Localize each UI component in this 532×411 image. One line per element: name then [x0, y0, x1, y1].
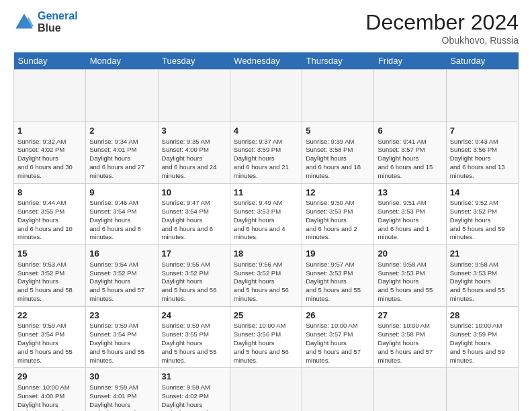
day-number: 18: [234, 248, 298, 260]
calendar-cell: 20Sunrise: 9:58 AMSunset: 3:53 PMDayligh…: [374, 245, 446, 307]
daylight-label: Daylight hours: [162, 216, 203, 224]
sunrise: Sunrise: 9:50 AM: [306, 199, 354, 206]
daylight-label: Daylight hours: [378, 339, 418, 347]
daylight-label: Daylight hours: [17, 339, 58, 347]
header-row: SundayMondayTuesdayWednesdayThursdayFrid…: [14, 52, 519, 70]
daylight-label: Daylight hours: [378, 277, 418, 285]
daylight-label: Daylight hours: [17, 277, 58, 285]
calendar-cell: [446, 70, 518, 122]
sunrise: Sunrise: 9:52 AM: [450, 199, 498, 206]
col-header-sunday: Sunday: [14, 52, 86, 70]
sunset: Sunset: 3:58 PM: [378, 330, 425, 338]
calendar-cell: 24Sunrise: 9:59 AMSunset: 3:55 PMDayligh…: [158, 306, 230, 368]
day-number: 26: [306, 310, 370, 322]
daylight-value: and 5 hours and 59 minutes.: [450, 348, 505, 364]
sunrise: Sunrise: 9:44 AM: [17, 199, 66, 206]
sunrise: Sunrise: 9:59 AM: [162, 383, 210, 391]
sunrise: Sunrise: 9:55 AM: [162, 261, 210, 268]
col-header-monday: Monday: [86, 52, 158, 70]
daylight-label: Daylight hours: [162, 154, 203, 162]
calendar-cell: 16Sunrise: 9:54 AMSunset: 3:52 PMDayligh…: [86, 245, 158, 307]
sunset: Sunset: 3:57 PM: [378, 146, 425, 153]
day-number: 29: [17, 371, 82, 383]
calendar-cell: 14Sunrise: 9:52 AMSunset: 3:52 PMDayligh…: [446, 183, 518, 245]
sunset: Sunset: 3:54 PM: [89, 208, 136, 215]
daylight-label: Daylight hours: [234, 216, 275, 224]
calendar-cell: 6Sunrise: 9:41 AMSunset: 3:57 PMDaylight…: [374, 122, 446, 184]
daylight-value: and 6 hours and 6 minutes.: [162, 225, 214, 241]
sunset: Sunset: 3:56 PM: [234, 330, 281, 338]
daylight-label: Daylight hours: [306, 216, 347, 224]
sunset: Sunset: 3:54 PM: [89, 330, 136, 338]
calendar-cell: [230, 368, 302, 411]
calendar-cell: 8Sunrise: 9:44 AMSunset: 3:55 PMDaylight…: [14, 183, 86, 245]
day-number: 9: [89, 187, 154, 199]
day-number: 5: [306, 125, 370, 137]
sunrise: Sunrise: 9:58 AM: [450, 261, 498, 268]
calendar-cell: 3Sunrise: 9:35 AMSunset: 4:00 PMDaylight…: [158, 122, 230, 184]
calendar-cell: [446, 368, 518, 411]
day-number: 8: [17, 187, 82, 199]
month-title: December 2024: [365, 10, 519, 35]
daylight-label: Daylight hours: [89, 216, 130, 224]
day-number: 10: [162, 187, 226, 199]
daylight-label: Daylight hours: [306, 277, 347, 285]
sunset: Sunset: 3:52 PM: [17, 269, 64, 277]
sunrise: Sunrise: 9:43 AM: [450, 138, 498, 145]
day-number: 16: [89, 248, 154, 260]
day-number: 27: [378, 310, 442, 322]
day-number: 17: [162, 248, 226, 260]
sunset: Sunset: 3:58 PM: [306, 146, 353, 153]
daylight-label: Daylight hours: [306, 154, 347, 162]
calendar-cell: 25Sunrise: 10:00 AMSunset: 3:56 PMDaylig…: [230, 306, 302, 368]
sunrise: Sunrise: 9:32 AM: [17, 138, 66, 145]
sunset: Sunset: 3:53 PM: [378, 269, 425, 277]
daylight-value: and 6 hours and 2 minutes.: [306, 225, 357, 241]
calendar-cell: 5Sunrise: 9:39 AMSunset: 3:58 PMDaylight…: [302, 122, 374, 184]
daylight-value: and 6 hours and 10 minutes.: [17, 225, 73, 241]
day-number: 12: [306, 187, 370, 199]
sunset: Sunset: 3:57 PM: [306, 330, 353, 338]
col-header-saturday: Saturday: [446, 52, 518, 70]
sunset: Sunset: 4:02 PM: [17, 146, 64, 153]
sunset: Sunset: 4:00 PM: [17, 392, 64, 400]
daylight-value: and 5 hours and 55 minutes.: [378, 286, 433, 302]
daylight-value: and 6 hours and 30 minutes.: [17, 163, 73, 179]
daylight-value: and 6 hours and 27 minutes.: [89, 163, 144, 179]
sunrise: Sunrise: 9:37 AM: [234, 138, 282, 145]
sunset: Sunset: 4:00 PM: [162, 146, 209, 153]
sunrise: Sunrise: 9:59 AM: [162, 322, 210, 329]
week-row-1: 1Sunrise: 9:32 AMSunset: 4:02 PMDaylight…: [14, 122, 519, 184]
sunset: Sunset: 3:52 PM: [162, 269, 209, 277]
sunset: Sunset: 3:53 PM: [306, 208, 353, 215]
daylight-value: and 6 hours and 24 minutes.: [162, 163, 217, 179]
sunrise: Sunrise: 9:59 AM: [17, 322, 66, 329]
calendar-cell: 26Sunrise: 10:00 AMSunset: 3:57 PMDaylig…: [302, 306, 374, 368]
sunrise: Sunrise: 9:35 AM: [162, 138, 210, 145]
daylight-label: Daylight hours: [306, 339, 347, 347]
day-number: 4: [234, 125, 298, 137]
sunset: Sunset: 3:55 PM: [17, 208, 64, 215]
daylight-label: Daylight hours: [450, 154, 491, 162]
daylight-label: Daylight hours: [89, 154, 130, 162]
week-row-5: 29Sunrise: 10:00 AMSunset: 4:00 PMDaylig…: [14, 368, 519, 411]
sunrise: Sunrise: 9:41 AM: [378, 138, 426, 145]
calendar-cell: 22Sunrise: 9:59 AMSunset: 3:54 PMDayligh…: [14, 306, 86, 368]
daylight-label: Daylight hours: [162, 277, 203, 285]
sunrise: Sunrise: 9:49 AM: [234, 199, 282, 206]
day-number: 24: [162, 310, 226, 322]
daylight-label: Daylight hours: [450, 277, 491, 285]
sunset: Sunset: 3:59 PM: [450, 330, 497, 338]
calendar-cell: 30Sunrise: 9:59 AMSunset: 4:01 PMDayligh…: [86, 368, 158, 411]
day-number: 11: [234, 187, 298, 199]
daylight-value: and 5 hours and 57 minutes.: [89, 286, 144, 302]
sunrise: Sunrise: 9:57 AM: [306, 261, 354, 268]
calendar-cell: 2Sunrise: 9:34 AMSunset: 4:01 PMDaylight…: [86, 122, 158, 184]
calendar-cell: 21Sunrise: 9:58 AMSunset: 3:53 PMDayligh…: [446, 245, 518, 307]
daylight-label: Daylight hours: [450, 216, 491, 224]
sunset: Sunset: 3:59 PM: [234, 146, 281, 153]
daylight-value: and 5 hours and 55 minutes.: [17, 348, 73, 364]
day-number: 2: [89, 125, 154, 137]
calendar-cell: [230, 70, 302, 122]
day-number: 14: [450, 187, 515, 199]
